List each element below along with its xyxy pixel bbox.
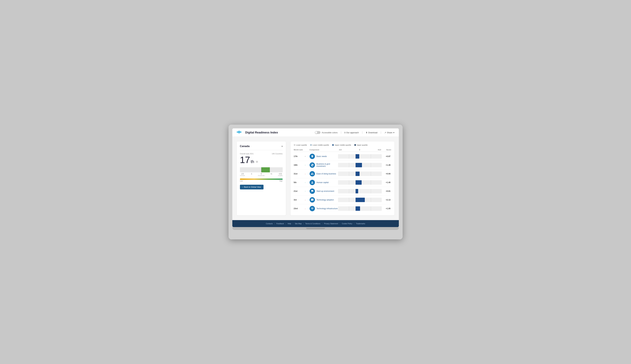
footer-link-contacts[interactable]: Contacts [264, 223, 274, 224]
table-row: 5th ↑ Human capital +1.40 [294, 178, 391, 187]
component-name-link[interactable]: Technology infrastructure [317, 208, 338, 210]
col-header-score: Score [382, 149, 391, 151]
score-cell: +0.87 [382, 155, 391, 158]
country-name: Canada [240, 145, 250, 148]
back-to-global-view-button[interactable]: ‹ Back to Global View [240, 185, 263, 190]
download-button[interactable]: ⬇ Download [366, 132, 378, 134]
footer-link-cookie-policy[interactable]: Cookie Policy [340, 223, 354, 224]
col-header-component: Component [309, 149, 338, 151]
legend-label: Upper middle quartile [335, 144, 351, 146]
chart-bar [356, 163, 362, 167]
component-name-link[interactable]: Start-up environment [317, 190, 334, 192]
component-name-link[interactable]: Ease of doing business [317, 173, 336, 175]
component-cell: Business & govt investment [309, 162, 338, 168]
chart-cell [338, 172, 382, 176]
rank-label: Overall rank 2021 146 Countries [240, 153, 283, 155]
chevron-down-icon: ▾ [393, 132, 394, 134]
header: Digital Readiness Index Accessible color… [232, 128, 399, 137]
chart-axis-line-right [371, 189, 371, 194]
component-icon [309, 180, 315, 185]
our-approach-button[interactable]: ℹ Our approach [345, 132, 359, 134]
cisco-logo [237, 130, 243, 134]
chart-bar [356, 189, 358, 194]
score-cell: +1.49 [382, 164, 391, 166]
laptop-frame: Digital Readiness Index Accessible color… [228, 124, 403, 240]
chevron-down-icon: ▾ [281, 145, 283, 148]
trend-icon: ↑ [305, 190, 309, 192]
data-table: 17th = Basic needs +0.87 19th ↑ Business… [294, 152, 391, 213]
col-header-chart: -4.0 0 +6.0 [338, 149, 382, 151]
footer-link-help[interactable]: Help [286, 223, 293, 224]
trend-icon: ↑ [305, 182, 309, 184]
bar-center-line [261, 167, 261, 172]
chart-axis-line-right [371, 198, 371, 202]
footer-link-privacy-statement[interactable]: Privacy Statement [323, 223, 340, 224]
page-title: Digital Readiness Index [245, 131, 278, 134]
legend-item: Upper quartile [354, 144, 368, 146]
accessible-colors-toggle[interactable]: Accessible colors [315, 131, 338, 134]
component-cell: Technology adoption [309, 197, 338, 202]
gradient-bar [240, 178, 283, 180]
chart-cell [338, 154, 382, 158]
download-icon: ⬇ [366, 132, 368, 134]
world-rank-cell: 23rd [294, 208, 305, 210]
world-rank-cell: 31st [294, 173, 305, 175]
component-cell: Basic needs [309, 154, 338, 159]
component-name-link[interactable]: Technology adoption [317, 199, 334, 201]
rank-display: 17 th = [240, 155, 283, 164]
bar-axis-labels: -2.5 Activate -1 0 Accelerate +1 [240, 173, 283, 176]
component-name-link[interactable]: Business & govt investment [317, 163, 338, 167]
bar-track [240, 167, 283, 172]
chart-cell [338, 180, 382, 185]
footer-link-trademarks[interactable]: Trademarks [354, 223, 367, 224]
component-cell: Ease of doing business [309, 171, 338, 176]
svg-rect-2 [239, 130, 239, 134]
bar-fill [261, 167, 270, 172]
world-rank-cell: 21st [294, 190, 305, 192]
col-header-world-rank: World rank [294, 149, 305, 151]
chart-axis-line-right [371, 172, 371, 176]
chart-bar [356, 154, 359, 158]
table-row: 23rd ↓ Technology infrastructure +1.05 [294, 204, 391, 213]
accessible-colors-label: Accessible colors [322, 132, 338, 134]
svg-rect-0 [237, 132, 237, 133]
table-row: 31st ↓ Ease of doing business +0.94 [294, 170, 391, 178]
component-icon [309, 197, 315, 202]
chart-bar [356, 172, 360, 176]
footer-link-terms-and-conditions[interactable]: Terms & Conditions [304, 223, 322, 224]
legend-dot [354, 144, 356, 146]
footer-link-feedback[interactable]: Feedback [275, 223, 285, 224]
chart-axis-line-right [371, 154, 371, 158]
chart-cell [338, 189, 382, 194]
rank-bar-chart: -2.5 Activate -1 0 Accelerate +1 [240, 167, 283, 176]
table-row: 17th = Basic needs +0.87 [294, 152, 391, 161]
legend-dot [310, 144, 312, 146]
toggle-switch[interactable] [315, 131, 321, 134]
table-row: 19th ↑ Business & govt investment +1.49 [294, 161, 391, 170]
share-icon: ↗ [384, 132, 386, 134]
chart-axis-line-right [371, 180, 371, 185]
left-panel: Canada ▾ Overall rank 2021 146 Countries… [237, 142, 286, 215]
component-cell: Start-up environment [309, 188, 338, 194]
component-icon [309, 162, 315, 168]
rank-equal-symbol: = [256, 159, 258, 164]
back-arrow-icon: ‹ [242, 186, 243, 188]
world-rank-cell: 5th [294, 181, 305, 184]
share-button[interactable]: ↗ Share ▾ [384, 132, 394, 134]
header-left: Digital Readiness Index [237, 130, 278, 134]
svg-rect-4 [241, 132, 241, 133]
trend-icon: = [305, 156, 309, 157]
component-name-link[interactable]: Basic needs [317, 155, 327, 158]
laptop-base-notch [306, 228, 325, 229]
world-rank-cell: 3rd [294, 199, 305, 201]
rank-number: 17 [240, 155, 250, 164]
laptop-screen: Digital Readiness Index Accessible color… [232, 128, 399, 227]
footer-link-site-map[interactable]: Site Map [293, 223, 303, 224]
country-selector[interactable]: Canada ▾ [240, 145, 283, 150]
chart-bar [356, 180, 362, 185]
laptop-base [232, 227, 399, 230]
main-content: Canada ▾ Overall rank 2021 146 Countries… [232, 137, 399, 220]
component-name-link[interactable]: Human capital [317, 181, 329, 184]
legend-item: Lower quartile [294, 144, 307, 146]
chart-cell [338, 206, 382, 211]
